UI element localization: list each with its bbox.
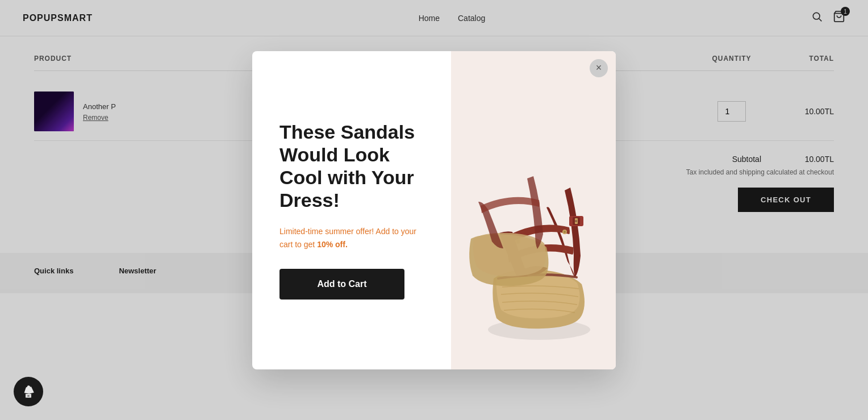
sandal-illustration (451, 51, 616, 369)
popup-left-panel: These Sandals Would Look Cool with Your … (252, 51, 451, 369)
add-to-cart-button[interactable]: Add to Cart (279, 269, 404, 300)
popup-title: These Sandals Would Look Cool with Your … (279, 120, 428, 211)
popup-subtitle-highlight: 10% off. (317, 240, 348, 249)
close-button[interactable]: × (590, 59, 608, 77)
shopify-icon (20, 384, 36, 400)
shopify-badge[interactable] (14, 377, 43, 406)
svg-point-14 (564, 231, 566, 233)
modal-overlay[interactable]: × These Sandals Would Look Cool with You… (0, 0, 868, 420)
svg-point-10 (575, 220, 577, 222)
popup-modal: × These Sandals Would Look Cool with You… (252, 51, 616, 369)
svg-rect-4 (27, 395, 29, 397)
popup-subtitle-plain: Limited-time summer offer! Add to your c… (279, 227, 416, 248)
popup-right-panel (451, 51, 616, 369)
sandal-image (451, 51, 616, 369)
popup-subtitle: Limited-time summer offer! Add to your c… (279, 225, 428, 251)
